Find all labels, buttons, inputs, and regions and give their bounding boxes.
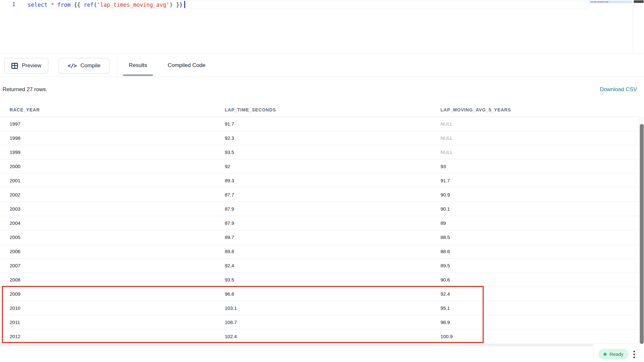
tab-results[interactable]: Results <box>123 54 153 77</box>
code-line-tokens: select * from {{ ref('lap_times_moving_a… <box>28 2 183 8</box>
table-cell: 2002 <box>0 192 215 197</box>
line-number: 1 <box>12 1 15 7</box>
column-header-lap-time-seconds[interactable]: LAP_TIME_SECONDS <box>215 107 431 112</box>
table-cell: 87.7 <box>215 192 431 197</box>
table-cell: 2000 <box>0 164 215 169</box>
table-row: 2012102.4100.9 <box>0 329 639 344</box>
tab-compiled-code[interactable]: Compiled Code <box>162 54 211 77</box>
table-row: 200996.892.4 <box>0 287 639 301</box>
table-row: 199993.5NULL <box>0 145 639 159</box>
table-cell: 93.5 <box>215 277 431 282</box>
table-cell: 102.4 <box>215 334 431 339</box>
editor-scrollbar-thumb[interactable] <box>634 0 644 3</box>
table-row: 200189.391.7 <box>0 174 639 188</box>
table-cell: 100.9 <box>431 334 639 339</box>
code-token: ) <box>169 2 173 8</box>
table-cell: 89.7 <box>215 234 431 240</box>
active-tab-underline <box>123 74 153 76</box>
table-cell: 89.8 <box>215 249 431 254</box>
table-cell: 96.8 <box>215 291 431 297</box>
table-cell: 89 <box>431 220 639 226</box>
results-scrollbar-track[interactable] <box>639 117 644 344</box>
code-token: * <box>51 2 54 8</box>
code-token: {{ <box>74 2 80 8</box>
code-token: ( <box>94 2 97 8</box>
results-table-body: 199791.7NULL199892.3NULL199993.5NULL2000… <box>0 117 639 344</box>
code-token: from <box>57 2 71 8</box>
code-token <box>173 2 176 8</box>
code-line[interactable]: select * from {{ ref('lap_times_moving_a… <box>28 1 185 8</box>
download-csv-link[interactable]: Download CSV <box>600 86 637 93</box>
status-badge: Ready <box>598 349 629 359</box>
table-cell: 1997 <box>0 121 215 127</box>
table-cell: 103.1 <box>215 305 431 311</box>
horizontal-scrollbar-track[interactable] <box>0 344 593 346</box>
status-bar: Ready <box>0 346 644 362</box>
compile-button[interactable]: </> Compile <box>59 58 109 73</box>
kebab-menu-icon[interactable] <box>631 349 637 359</box>
minimap[interactable] <box>589 1 632 3</box>
table-cell: 2001 <box>0 178 215 183</box>
results-scrollbar-thumb[interactable] <box>640 124 644 344</box>
table-grid-icon <box>11 62 18 69</box>
table-cell: 89.5 <box>431 263 639 268</box>
table-cell: 2012 <box>0 334 215 339</box>
table-row: 200689.888.6 <box>0 244 639 259</box>
table-cell: 95.1 <box>431 305 639 311</box>
table-cell: 88.6 <box>431 249 639 254</box>
table-row: 2011108.798.9 <box>0 315 639 329</box>
code-token <box>54 2 57 8</box>
table-cell: 87.9 <box>215 220 431 226</box>
row-count-text: Returned 27 rows. <box>3 86 47 93</box>
table-cell: 92.4 <box>215 263 431 268</box>
table-cell: 92.3 <box>215 135 431 141</box>
results-summary-row: Returned 27 rows. Download CSV <box>0 84 644 97</box>
table-row: 200287.790.9 <box>0 188 639 202</box>
results-tabs: Results Compiled Code <box>123 54 211 77</box>
table-cell: 2005 <box>0 234 215 240</box>
statusbar-divider <box>593 346 594 362</box>
table-cell: 93 <box>431 164 639 169</box>
column-header-race-year[interactable]: RACE_YEAR <box>0 107 215 112</box>
table-header-row: RACE_YEAR LAP_TIME_SECONDS LAP_MOVING_AV… <box>0 103 639 117</box>
code-token: 'lap_times_moving_avg' <box>97 2 169 8</box>
table-cell: 89.3 <box>215 178 431 183</box>
tab-results-label: Results <box>129 62 147 69</box>
table-row: 200792.489.5 <box>0 259 639 273</box>
table-cell: 2004 <box>0 220 215 226</box>
table-cell: 2003 <box>0 206 215 212</box>
table-cell: 108.7 <box>215 319 431 325</box>
table-cell: 87.9 <box>215 206 431 212</box>
table-cell: 91.7 <box>431 178 639 183</box>
table-row: 200893.590.6 <box>0 273 639 287</box>
minimap-code-marks <box>591 2 608 2</box>
code-token: }} <box>176 2 183 8</box>
preview-button[interactable]: Preview <box>4 58 48 73</box>
code-editor[interactable]: 1 select * from {{ ref('lap_times_moving… <box>0 0 644 53</box>
code-token: ref <box>84 2 94 8</box>
table-cell: 90.6 <box>431 277 639 282</box>
table-cell: 91.7 <box>215 121 431 127</box>
table-cell: NULL <box>431 121 639 127</box>
column-header-lap-moving-avg[interactable]: LAP_MOVING_AVG_5_YEARS <box>431 107 639 112</box>
table-cell: 98.9 <box>431 319 639 325</box>
code-token: select <box>28 2 47 8</box>
table-cell: 2007 <box>0 263 215 268</box>
table-cell: 1998 <box>0 135 215 141</box>
results-panel: Returned 27 rows. Download CSV RACE_YEAR… <box>0 77 644 344</box>
ide-window: 1 select * from {{ ref('lap_times_moving… <box>0 0 644 362</box>
compile-button-label: Compile <box>80 62 100 69</box>
text-cursor <box>184 1 185 8</box>
code-token <box>80 2 84 8</box>
table-cell: 2010 <box>0 305 215 311</box>
results-toolbar: Preview </> Compile Results Compiled Cod… <box>0 53 644 77</box>
toolbar-divider <box>117 54 118 77</box>
table-cell: 88.5 <box>431 234 639 240</box>
table-cell: 92.4 <box>431 291 639 297</box>
table-row: 2010103.195.1 <box>0 301 639 315</box>
table-cell: NULL <box>431 149 639 155</box>
table-row: 200589.788.5 <box>0 230 639 244</box>
editor-scrollbar-track-border <box>633 0 633 53</box>
table-cell: 93.5 <box>215 149 431 155</box>
table-cell: 2008 <box>0 277 215 282</box>
